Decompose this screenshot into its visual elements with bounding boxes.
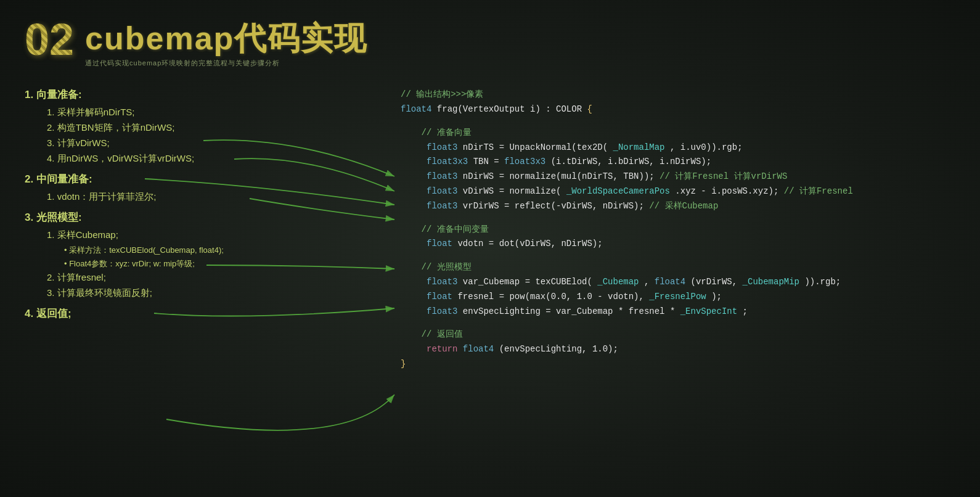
code-line-ndirws: float3 nDirWS = normalize(mul(nDirTS, TB… bbox=[401, 170, 955, 184]
code-t-float-vdotn: float bbox=[427, 239, 452, 248]
code-indent8 bbox=[401, 292, 422, 302]
code-line-ndirts: float3 nDirTS = UnpackNormal(tex2D( _Nor… bbox=[401, 141, 955, 155]
code-line-vdotn: float vdotn = dot(vDirWS, nDirWS); bbox=[401, 237, 955, 252]
code-indent7 bbox=[401, 277, 422, 287]
outline-l2-v2: 2. 构造TBN矩阵，计算nDirWS; bbox=[47, 122, 370, 134]
code-t-envspecint: _EnvSpecInt bbox=[680, 306, 737, 316]
outline-l2-v1: 1. 采样并解码nDirTS; bbox=[47, 107, 370, 118]
code-section-header: // 输出结构>>>像素 float4 frag(VertexOutput i)… bbox=[401, 88, 955, 117]
code-indent bbox=[401, 142, 422, 152]
outline-l1-return: 4. 返回值; bbox=[25, 306, 370, 321]
code-line-cubemap: float3 var_Cubemap = texCUBElod( _Cubema… bbox=[401, 275, 955, 290]
code-t-fresnelpow: _FresnelPow bbox=[649, 292, 706, 302]
header-title: cubemap代码实现 bbox=[85, 21, 367, 56]
outline-l2-l1: 1. 采样Cubemap; bbox=[47, 229, 370, 241]
outline-l2-l2: 2. 计算fresnel; bbox=[47, 272, 370, 284]
code-t-fresnel2: ); bbox=[711, 292, 722, 302]
code-t-comment-fresnel2: // 计算Fresnel bbox=[784, 186, 853, 196]
code-indent4 bbox=[401, 186, 422, 196]
content-area: 1. 向量准备: 1. 采样并解码nDirTS; 2. 构造TBN矩阵，计算nD… bbox=[25, 88, 955, 380]
code-comment-intermediate: // 准备中间变量 bbox=[401, 223, 955, 237]
code-t-return3: (envSpecLighting, 1.0); bbox=[499, 344, 618, 354]
code-section-vectors: // 准备向量 float3 nDirTS = UnpackNormal(tex… bbox=[401, 126, 955, 214]
header-title-block: cubemap代码实现 通过代码实现cubemap环境映射的完整流程与关键步骤分… bbox=[85, 17, 367, 68]
code-t-uv: , i.uv0)).rgb; bbox=[670, 142, 743, 152]
code-t-vdotn: vdotn = dot(vDirWS, nDirWS); bbox=[457, 239, 602, 248]
code-t-comment-fresnel: // 计算Fresnel 计算vrDirWS bbox=[659, 171, 787, 181]
page-container: 02 cubemap代码实现 通过代码实现cubemap环境映射的完整流程与关键… bbox=[0, 0, 980, 497]
code-t-cubemap2: , bbox=[644, 277, 655, 287]
code-line-envspec: float3 envSpecLighting = var_Cubemap * f… bbox=[401, 305, 955, 319]
code-section-lighting: // 光照模型 float3 var_Cubemap = texCUBElod(… bbox=[401, 260, 955, 319]
outline-l1-intermediate: 2. 中间量准备: bbox=[25, 172, 370, 186]
code-t-float4-ret: float4 bbox=[463, 344, 494, 354]
code-t-float-fresnel: float bbox=[427, 292, 452, 302]
code-line-frag: float4 frag(VertexOutput i) : COLOR { bbox=[401, 102, 955, 117]
code-comment-vectors: // 准备向量 bbox=[401, 126, 955, 141]
code-t-cubemap3: (vrDirWS, bbox=[691, 277, 743, 287]
code-t-float3x3: float3x3 bbox=[427, 157, 468, 166]
code-indent10 bbox=[401, 344, 422, 354]
code-indent2 bbox=[401, 157, 422, 166]
outline-l3-l1-1: • 采样方法：texCUBElod(_Cubemap, float4); bbox=[64, 245, 370, 256]
code-t-float3-3: float3 bbox=[427, 186, 457, 196]
code-line-fresnel: float fresnel = pow(max(0.0, 1.0 - vdotn… bbox=[401, 290, 955, 305]
code-t-tbn2: (i.tDirWS, i.bDirWS, i.nDirWS); bbox=[551, 157, 711, 166]
code-t-envspec: envSpecLighting = var_Cubemap * fresnel … bbox=[463, 306, 680, 316]
code-comment-output: // 输出结构>>>像素 bbox=[401, 88, 955, 102]
code-t-float3-5: float3 bbox=[427, 277, 457, 287]
code-t-worldcam: _WorldSpaceCameraPos bbox=[566, 186, 670, 196]
code-t-normalmap: _NormalMap bbox=[613, 142, 665, 152]
code-line-vdirws: float3 vDirWS = normalize( _WorldSpaceCa… bbox=[401, 184, 955, 199]
code-line-return: return float4 (envSpecLighting, 1.0); bbox=[401, 342, 955, 357]
code-t-return: return bbox=[427, 344, 457, 354]
header-number: 02 bbox=[25, 17, 74, 62]
outline-l1-vectors: 1. 向量准备: bbox=[25, 88, 370, 102]
code-token-color: COLOR bbox=[556, 104, 582, 114]
code-section-return: // 返回值 return float4 (envSpecLighting, 1… bbox=[401, 327, 955, 371]
code-line-tbn: float3x3 TBN = float3x3 (i.tDirWS, i.bDi… bbox=[401, 155, 955, 170]
outline-l2-l3: 3. 计算最终环境镜面反射; bbox=[47, 287, 370, 299]
code-t-float3-6: float3 bbox=[427, 306, 457, 316]
section-intermediate: 2. 中间量准备: 1. vdotn：用于计算菲涅尔; bbox=[25, 172, 370, 203]
header-subtitle: 通过代码实现cubemap环境映射的完整流程与关键步骤分析 bbox=[85, 59, 367, 68]
code-token-frag: frag(VertexOutput i) : bbox=[437, 104, 556, 114]
code-t-cubemap: var_Cubemap = texCUBElod( bbox=[463, 277, 592, 287]
outline-l2-v3: 3. 计算vDirWS; bbox=[47, 138, 370, 149]
arrow-return bbox=[166, 395, 394, 430]
code-t-tbn: TBN = bbox=[473, 157, 504, 166]
outline-l1-lighting: 3. 光照模型: bbox=[25, 210, 370, 224]
section-lighting: 3. 光照模型: 1. 采样Cubemap; • 采样方法：texCUBElod… bbox=[25, 210, 370, 299]
code-t-fresnel: fresnel = pow(max(0.0, 1.0 - vdotn), bbox=[457, 292, 649, 302]
code-token-float4: float4 bbox=[401, 104, 431, 114]
code-indent5 bbox=[401, 201, 422, 211]
code-comment-return: // 返回值 bbox=[401, 327, 955, 342]
outline-l2-i1: 1. vdotn：用于计算菲涅尔; bbox=[47, 191, 370, 203]
left-panel: 1. 向量准备: 1. 采样并解码nDirTS; 2. 构造TBN矩阵，计算nD… bbox=[25, 88, 382, 380]
code-t-cubemap4: )).rgb; bbox=[804, 277, 841, 287]
code-t-ndirws: nDirWS = normalize(mul(nDirTS, TBN)); bbox=[463, 171, 655, 181]
code-t-cubemapmip: _CubemapMip bbox=[743, 277, 799, 287]
code-t-cubemapvar: _Cubemap bbox=[597, 277, 639, 287]
code-t-float4-cube: float4 bbox=[655, 277, 685, 287]
code-t-vdirws: vDirWS = normalize( bbox=[463, 186, 561, 196]
code-indent3 bbox=[401, 171, 422, 181]
code-line-vrdirws: float3 vrDirWS = reflect(-vDirWS, nDirWS… bbox=[401, 199, 955, 214]
code-t-ndirts: nDirTS = UnpackNormal(tex2D( bbox=[463, 142, 608, 152]
code-t-float3x3b: float3x3 bbox=[504, 157, 545, 166]
outline-l2-v4: 4. 用nDirWS，vDirWS计算vrDirWS; bbox=[47, 153, 370, 165]
header: 02 cubemap代码实现 通过代码实现cubemap环境映射的完整流程与关键… bbox=[25, 17, 955, 68]
code-t-vdirws2: .xyz - i.posWS.xyz); bbox=[675, 186, 778, 196]
code-indent9 bbox=[401, 306, 422, 316]
section-return: 4. 返回值; bbox=[25, 306, 370, 321]
code-t-float3-1: float3 bbox=[427, 142, 457, 152]
code-t-float3-4: float3 bbox=[427, 201, 457, 211]
code-line-closebrace: } bbox=[401, 357, 955, 372]
code-t-float3-2: float3 bbox=[427, 171, 457, 181]
code-comment-lighting: // 光照模型 bbox=[401, 260, 955, 275]
code-t-vrdirws: vrDirWS = reflect(-vDirWS, nDirWS); bbox=[463, 201, 644, 211]
code-section-intermediate: // 准备中间变量 float vdotn = dot(vDirWS, nDir… bbox=[401, 223, 955, 252]
outline-l3-l1-2: • Float4参数：xyz: vrDir; w: mip等级; bbox=[64, 258, 370, 269]
code-token-openbrace: { bbox=[587, 104, 592, 114]
code-t-envspec2: ; bbox=[743, 306, 748, 316]
